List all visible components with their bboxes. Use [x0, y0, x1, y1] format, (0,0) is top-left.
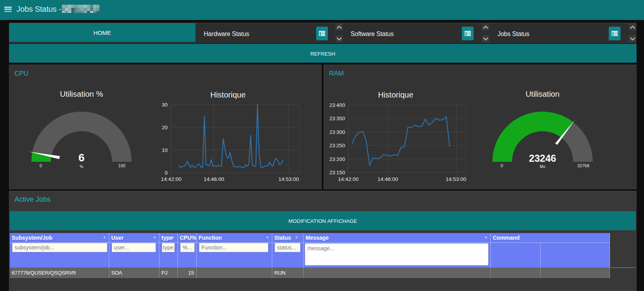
svg-text:14:53:00: 14:53:00 [446, 176, 467, 182]
svg-text:14:42:00: 14:42:00 [161, 176, 182, 182]
svg-text:20: 20 [162, 125, 168, 130]
svg-text:14:53:00: 14:53:00 [279, 176, 299, 182]
svg-text:0: 0 [165, 170, 168, 176]
svg-text:23 300: 23 300 [329, 129, 345, 135]
svg-text:23 250: 23 250 [329, 143, 345, 148]
svg-text:14:42:00: 14:42:00 [338, 176, 359, 182]
svg-text:23 400: 23 400 [329, 102, 345, 108]
svg-text:23 350: 23 350 [329, 116, 345, 121]
svg-text:23 200: 23 200 [329, 156, 345, 162]
svg-text:14:46:00: 14:46:00 [204, 176, 224, 182]
svg-text:23 150: 23 150 [329, 170, 345, 175]
svg-text:10: 10 [162, 147, 168, 153]
svg-text:30: 30 [162, 102, 168, 108]
svg-text:14:46:00: 14:46:00 [378, 176, 398, 182]
